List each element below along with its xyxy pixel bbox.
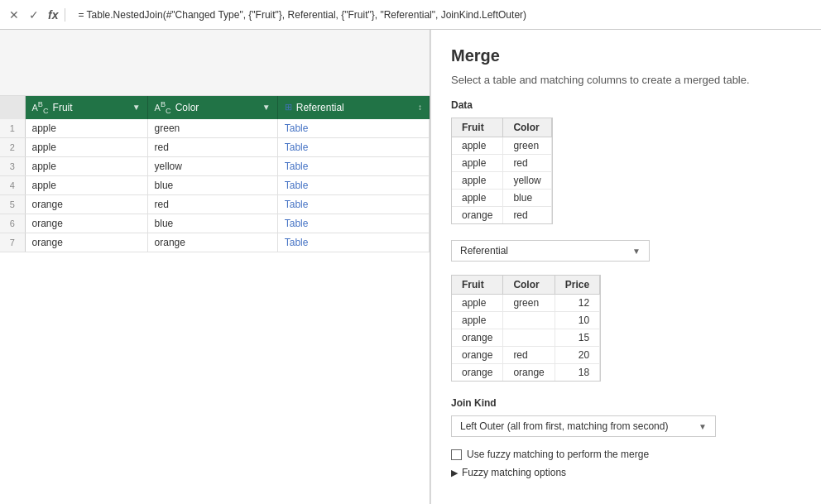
table-row: 2 apple red Table: [0, 137, 430, 156]
ref-cell: orange: [452, 329, 503, 347]
fuzzy-expand-row[interactable]: ▶ Fuzzy matching options: [451, 467, 801, 478]
fuzzy-expand-label: Fuzzy matching options: [462, 467, 566, 478]
table-row: 1 apple green Table: [0, 119, 430, 138]
preview-row: appleblue: [452, 190, 551, 207]
preview-row: appleyellow: [452, 172, 551, 190]
ref-row: orangered20: [452, 347, 600, 364]
cell-referential: Table: [277, 175, 429, 194]
col-label-color: Color: [175, 102, 199, 113]
left-panel: ABC Fruit ▼ ABC Color: [0, 30, 430, 504]
ref-cell: orange: [503, 364, 555, 382]
referential-table-container: FruitColorPrice applegreen12apple10orang…: [451, 275, 601, 382]
cell-color: green: [147, 119, 277, 138]
cell-fruit: apple: [25, 137, 147, 156]
referential-dropdown-text: Referential: [460, 245, 508, 257]
col-header-color[interactable]: ABC Color ▼: [147, 96, 277, 119]
table-row: 4 apple blue Table: [0, 175, 430, 194]
referential-type-icon: ⊞: [285, 102, 292, 113]
preview-cell: red: [503, 155, 551, 172]
join-kind-label: Join Kind: [451, 397, 801, 409]
blank-area: [0, 30, 430, 96]
cell-color: blue: [147, 214, 277, 233]
row-num: 2: [0, 137, 25, 156]
join-kind-section: Join Kind Left Outer (all from first, ma…: [451, 397, 801, 437]
ref-cell: orange: [452, 347, 503, 364]
col-header-referential[interactable]: ⊞ Referential ↕: [277, 96, 429, 119]
color-col-dropdown-icon[interactable]: ▼: [262, 103, 271, 112]
ref-cell: apple: [452, 295, 503, 312]
ref-row: apple10: [452, 312, 600, 329]
cancel-icon[interactable]: ✕: [7, 7, 22, 22]
row-num: 3: [0, 156, 25, 175]
preview-cell: apple: [452, 190, 503, 207]
ref-cell: 10: [555, 312, 599, 329]
cell-fruit: apple: [25, 156, 147, 175]
preview-cell: apple: [452, 137, 503, 155]
ref-cell: [503, 312, 555, 329]
col-label-fruit: Fruit: [53, 102, 73, 113]
fx-label: fx: [48, 8, 65, 22]
cell-fruit: apple: [25, 175, 147, 194]
preview-cell: apple: [452, 155, 503, 172]
fruit-type-icon: ABC: [32, 100, 49, 115]
data-table-wrapper[interactable]: ABC Fruit ▼ ABC Color: [0, 96, 430, 504]
table-row: 3 apple yellow Table: [0, 156, 430, 175]
cell-fruit: orange: [25, 233, 147, 252]
row-num: 7: [0, 233, 25, 252]
join-kind-arrow: ▼: [699, 422, 707, 431]
formula-bar: ✕ ✓ fx = Table.NestedJoin(#"Changed Type…: [0, 0, 821, 30]
col-header-fruit[interactable]: ABC Fruit ▼: [25, 96, 147, 119]
ref-cell: 15: [555, 329, 599, 347]
preview-cell: apple: [452, 172, 503, 190]
main-content: ABC Fruit ▼ ABC Color: [0, 30, 821, 504]
join-kind-dropdown[interactable]: Left Outer (all from first, matching fro…: [451, 415, 716, 437]
confirm-icon[interactable]: ✓: [26, 7, 41, 22]
formula-content[interactable]: = Table.NestedJoin(#"Changed Type", {"Fr…: [72, 5, 814, 25]
join-kind-value: Left Outer (all from first, matching fro…: [460, 420, 668, 432]
cell-color: yellow: [147, 156, 277, 175]
data-preview-table: FruitColor applegreenappleredappleyellow…: [452, 118, 552, 223]
cell-fruit: orange: [25, 194, 147, 214]
row-num: 5: [0, 194, 25, 214]
cell-referential: Table: [277, 156, 429, 175]
preview-cell: green: [503, 137, 551, 155]
merge-panel: Merge Select a table and matching column…: [430, 30, 821, 504]
referential-table: FruitColorPrice applegreen12apple10orang…: [452, 276, 600, 381]
preview-cell: yellow: [503, 172, 551, 190]
cell-fruit: apple: [25, 119, 147, 138]
merge-subtitle: Select a table and matching columns to c…: [451, 74, 801, 86]
cell-color: red: [147, 137, 277, 156]
cell-color: orange: [147, 233, 277, 252]
formula-bar-actions: ✕ ✓: [7, 7, 41, 22]
cell-referential: Table: [277, 194, 429, 214]
color-type-icon: ABC: [155, 100, 171, 115]
fuzzy-checkbox[interactable]: [451, 449, 462, 460]
referential-dropdown-arrow: ▼: [632, 247, 641, 256]
data-section-label: Data: [451, 99, 801, 111]
cell-color: blue: [147, 175, 277, 194]
ref-cell: orange: [452, 364, 503, 382]
referential-col-icon[interactable]: ↕: [418, 103, 422, 112]
cell-referential: Table: [277, 214, 429, 233]
fuzzy-checkbox-label: Use fuzzy matching to perform the merge: [467, 449, 649, 460]
referential-dropdown[interactable]: Referential ▼: [451, 240, 650, 262]
cell-referential: Table: [277, 233, 429, 252]
ref-row: orange15: [452, 329, 600, 347]
fruit-col-dropdown-icon[interactable]: ▼: [132, 103, 141, 112]
row-num: 6: [0, 214, 25, 233]
cell-referential: Table: [277, 119, 429, 138]
ref-cell: green: [503, 295, 555, 312]
fuzzy-matching-section: Use fuzzy matching to perform the merge …: [451, 449, 801, 478]
fuzzy-checkbox-row[interactable]: Use fuzzy matching to perform the merge: [451, 449, 801, 460]
ref-col-header: Color: [503, 276, 555, 295]
ref-cell: apple: [452, 312, 503, 329]
table-row: 6 orange blue Table: [0, 214, 430, 233]
row-num: 1: [0, 119, 25, 138]
preview-cell: blue: [503, 190, 551, 207]
preview-cell: orange: [452, 207, 503, 224]
ref-cell: 18: [555, 364, 599, 382]
ref-cell: 20: [555, 347, 599, 364]
ref-cell: [503, 329, 555, 347]
ref-row: applegreen12: [452, 295, 600, 312]
preview-cell: red: [503, 207, 551, 224]
